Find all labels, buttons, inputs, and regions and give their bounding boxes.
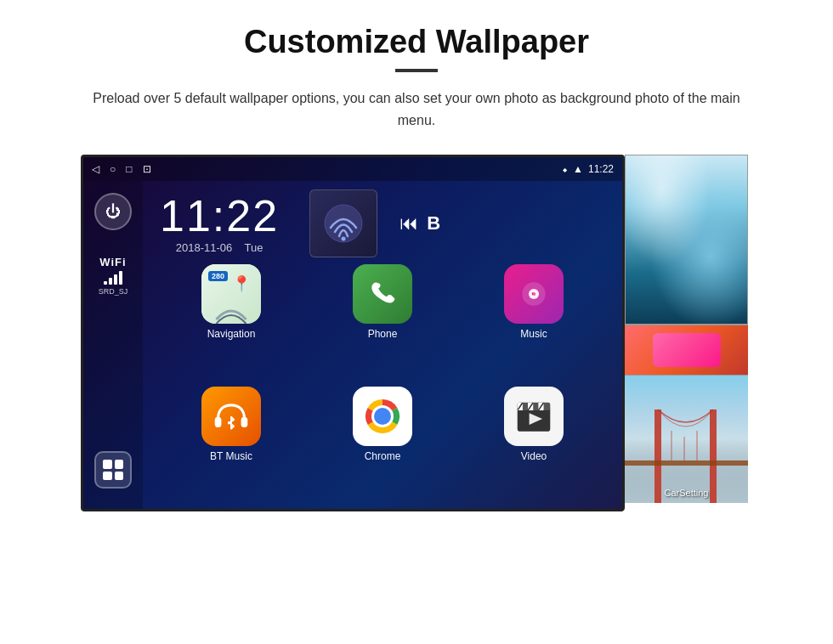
media-controls: ⏮ B <box>400 212 440 234</box>
video-icon <box>504 387 564 446</box>
wifi-bar-1 <box>104 281 107 285</box>
music-svg: ♪ <box>518 278 550 310</box>
android-screen: ◁ ○ □ ⊡ ⬥ ▲ 11:22 ⏻ <box>81 155 625 511</box>
wifi-widget: WiFi SRD_SJ <box>99 256 128 296</box>
wallpaper-bridge[interactable]: CarSetting <box>625 376 748 503</box>
phone-label: Phone <box>368 328 398 340</box>
nav-pin-icon: 📍 <box>232 274 251 293</box>
apps-dot-3 <box>103 472 112 481</box>
clock-row: 11:22 2018-11-06 Tue <box>151 189 614 257</box>
apps-grid-button[interactable] <box>94 451 132 489</box>
svg-point-0 <box>325 205 362 242</box>
wallpaper-ice[interactable] <box>625 155 748 325</box>
svg-point-1 <box>342 237 346 241</box>
phone-icon <box>353 264 412 324</box>
wifi-ssid: SRD_SJ <box>99 287 128 296</box>
svg-rect-7 <box>241 417 248 427</box>
wifi-bar-4 <box>119 271 122 285</box>
screenshot-icon: ⊡ <box>143 163 151 175</box>
carsetting-label: CarSetting <box>625 488 748 498</box>
nav-badge: 280 <box>208 271 228 281</box>
chrome-label: Chrome <box>365 450 401 462</box>
clock-date: 2018-11-06 Tue <box>160 241 279 254</box>
app-item-navigation[interactable]: 280 📍 Navigation <box>160 264 303 378</box>
page-subtitle: Preload over 5 default wallpaper options… <box>76 88 756 131</box>
media-widget <box>309 189 377 257</box>
chrome-icon <box>353 387 412 446</box>
status-time: 11:22 <box>588 163 614 175</box>
svg-point-9 <box>374 408 391 425</box>
app-item-phone[interactable]: Phone <box>311 264 454 378</box>
wifi-bars <box>99 271 128 285</box>
device-container: ◁ ○ □ ⊡ ⬥ ▲ 11:22 ⏻ <box>81 155 752 511</box>
navigation-icon: 280 📍 <box>201 264 261 324</box>
app-item-chrome[interactable]: Chrome <box>311 387 454 500</box>
bridge-svg <box>625 376 748 503</box>
video-label: Video <box>521 450 547 462</box>
bt-music-icon <box>201 387 261 446</box>
clock-display: 11:22 2018-11-06 Tue <box>160 194 279 254</box>
location-icon: ⬥ <box>562 163 568 175</box>
prev-track-icon[interactable]: ⏮ <box>400 212 418 234</box>
wallpaper-carsetting-strip <box>625 325 748 376</box>
back-arrow-icon: ◁ <box>92 163 99 175</box>
recent-icon: □ <box>126 163 132 175</box>
wallpaper-thumbnails: CarSetting <box>625 155 748 511</box>
status-left-icons: ◁ ○ □ ⊡ <box>92 163 151 175</box>
clock-date-value: 2018-11-06 <box>176 241 233 254</box>
power-button[interactable]: ⏻ <box>94 193 132 230</box>
home-icon: ○ <box>110 163 116 175</box>
center-area: 11:22 2018-11-06 Tue <box>143 181 622 509</box>
clock-day-value: Tue <box>244 241 263 254</box>
clock-time: 11:22 <box>160 194 279 238</box>
bt-svg <box>208 393 254 439</box>
phone-svg <box>366 277 400 311</box>
media-icon <box>322 202 365 245</box>
power-icon: ⏻ <box>105 203 121 221</box>
title-divider <box>395 69 438 72</box>
music-label: Music <box>520 328 547 340</box>
wifi-bar-3 <box>114 274 117 285</box>
apps-dot-4 <box>115 472 124 481</box>
bt-music-label: BT Music <box>210 450 252 462</box>
app-item-music[interactable]: ♪ Music <box>462 264 605 378</box>
app-item-video[interactable]: Video <box>462 387 605 500</box>
navigation-label: Navigation <box>207 328 256 340</box>
ice-texture <box>626 155 747 324</box>
svg-text:♪: ♪ <box>530 285 537 301</box>
chrome-svg <box>357 391 408 442</box>
signal-icon: ▲ <box>573 163 583 175</box>
apps-dot-1 <box>103 460 112 469</box>
car-shape <box>653 333 721 367</box>
video-svg <box>511 393 557 439</box>
svg-rect-6 <box>215 417 222 427</box>
app-item-bt-music[interactable]: BT Music <box>160 387 303 500</box>
status-bar: ◁ ○ □ ⊡ ⬥ ▲ 11:22 <box>83 157 622 181</box>
wifi-label: WiFi <box>99 256 128 268</box>
apps-dot-2 <box>115 460 124 469</box>
wifi-bar-2 <box>109 278 112 285</box>
page-title: Customized Wallpaper <box>34 24 799 60</box>
music-icon: ♪ <box>504 264 564 324</box>
nav-road-svg <box>201 294 261 324</box>
svg-rect-22 <box>625 460 748 466</box>
app-grid: 280 📍 Navigation <box>151 264 614 500</box>
sidebar: ⏻ WiFi SRD_SJ <box>83 181 143 509</box>
next-label: B <box>427 212 440 234</box>
status-right-icons: ⬥ ▲ 11:22 <box>562 163 614 175</box>
screen-content: ⏻ WiFi SRD_SJ <box>83 181 622 509</box>
